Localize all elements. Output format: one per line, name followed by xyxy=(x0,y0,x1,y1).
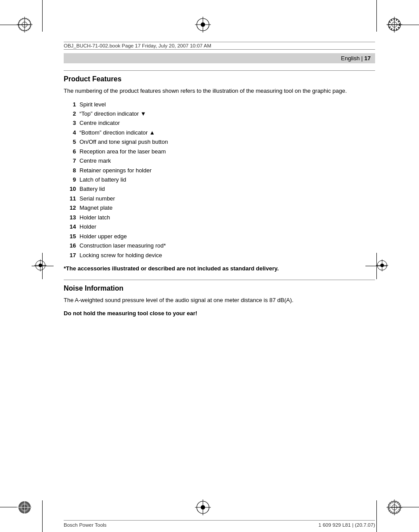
item-text: On/Off and tone signal push button xyxy=(79,137,375,146)
item-text: Battery lid xyxy=(79,184,375,193)
item-number: 15 xyxy=(64,232,76,241)
reg-line xyxy=(376,0,377,32)
item-number: 13 xyxy=(64,213,76,222)
item-text: Spirit level xyxy=(79,100,375,109)
reg-mark-bc xyxy=(195,499,211,515)
item-text: Retainer openings for holder xyxy=(79,166,375,175)
page-container: OBJ_BUCH-71-002.book Page 17 Friday, Jul… xyxy=(0,0,419,532)
list-item: 10Battery lid xyxy=(64,184,375,193)
item-number: 11 xyxy=(64,194,76,203)
item-number: 14 xyxy=(64,222,76,231)
reg-mark-br xyxy=(386,499,402,515)
reg-mark-bl xyxy=(17,499,33,515)
language-label: English xyxy=(341,55,360,62)
list-item: 9Latch of battery lid xyxy=(64,175,375,184)
reg-mark-tl xyxy=(17,17,33,33)
product-features-note: *The accessories illustrated or describe… xyxy=(64,264,375,273)
item-text: “Top” direction indicator ▼ xyxy=(79,109,375,118)
item-text: Centre mark xyxy=(79,156,375,165)
product-features-heading: Product Features xyxy=(64,75,375,83)
reg-line xyxy=(376,500,377,532)
feature-list: 1Spirit level2“Top” direction indicator … xyxy=(64,100,375,260)
product-features-intro: The numbering of the product features sh… xyxy=(64,87,375,95)
noise-information-warning: Do not hold the measuring tool close to … xyxy=(64,309,375,318)
list-item: 16Construction laser measuring rod* xyxy=(64,241,375,250)
list-item: 15Holder upper edge xyxy=(64,232,375,241)
product-features-section: Product Features The numbering of the pr… xyxy=(64,75,375,273)
item-number: 5 xyxy=(64,137,76,146)
item-number: 17 xyxy=(64,251,76,260)
list-item: 4“Bottom” direction indicator ▲ xyxy=(64,128,375,137)
file-info: OBJ_BUCH-71-002.book Page 17 Friday, Jul… xyxy=(64,42,375,50)
item-number: 8 xyxy=(64,166,76,175)
reg-line xyxy=(42,500,43,532)
list-item: 17Locking screw for holding device xyxy=(64,251,375,260)
list-item: 7Centre mark xyxy=(64,156,375,165)
item-number: 2 xyxy=(64,109,76,118)
content-area: OBJ_BUCH-71-002.book Page 17 Friday, Jul… xyxy=(64,42,375,479)
list-item: 14Holder xyxy=(64,222,375,231)
reg-mark-tr xyxy=(386,17,402,33)
reg-mark-mr xyxy=(376,259,388,273)
item-text: Locking screw for holding device xyxy=(79,251,375,260)
file-info-text: OBJ_BUCH-71-002.book Page 17 Friday, Jul… xyxy=(64,43,211,48)
item-text: “Bottom” direction indicator ▲ xyxy=(79,128,375,137)
list-item: 3Centre indicator xyxy=(64,118,375,128)
item-number: 9 xyxy=(64,175,76,184)
header-bar: English | 17 xyxy=(64,53,375,63)
noise-information-body: The A-weighted sound pressure level of t… xyxy=(64,296,375,305)
list-item: 11Serial number xyxy=(64,194,375,203)
item-number: 7 xyxy=(64,156,76,165)
reg-line xyxy=(42,0,43,32)
item-text: Centre indicator xyxy=(79,118,375,128)
item-number: 16 xyxy=(64,241,76,250)
list-item: 8Retainer openings for holder xyxy=(64,166,375,175)
section-divider-top xyxy=(64,70,375,71)
item-number: 4 xyxy=(64,128,76,137)
item-text: Magnet plate xyxy=(79,203,375,212)
page-number: 17 xyxy=(365,55,371,62)
item-number: 3 xyxy=(64,118,76,128)
list-item: 12Magnet plate xyxy=(64,203,375,212)
list-item: 6Reception area for the laser beam xyxy=(64,147,375,156)
item-number: 12 xyxy=(64,203,76,212)
footer: Bosch Power Tools 1 609 929 L81 | (20.7.… xyxy=(64,520,375,528)
noise-information-section: Noise Information The A-weighted sound p… xyxy=(64,284,375,317)
item-text: Holder xyxy=(79,222,375,231)
section-divider-middle xyxy=(64,280,375,280)
reg-mark-tc xyxy=(195,17,211,33)
footer-right: 1 609 929 L81 | (20.7.07) xyxy=(318,522,375,528)
item-text: Holder upper edge xyxy=(79,232,375,241)
reg-mark-ml xyxy=(34,259,47,273)
item-text: Latch of battery lid xyxy=(79,175,375,184)
list-item: 13Holder latch xyxy=(64,213,375,222)
item-number: 1 xyxy=(64,100,76,109)
footer-left: Bosch Power Tools xyxy=(64,522,107,528)
list-item: 5On/Off and tone signal push button xyxy=(64,137,375,146)
item-number: 10 xyxy=(64,184,76,193)
item-number: 6 xyxy=(64,147,76,156)
noise-information-heading: Noise Information xyxy=(64,284,375,292)
item-text: Construction laser measuring rod* xyxy=(79,241,375,250)
item-text: Reception area for the laser beam xyxy=(79,147,375,156)
item-text: Serial number xyxy=(79,194,375,203)
list-item: 2“Top” direction indicator ▼ xyxy=(64,109,375,118)
list-item: 1Spirit level xyxy=(64,100,375,109)
item-text: Holder latch xyxy=(79,213,375,222)
